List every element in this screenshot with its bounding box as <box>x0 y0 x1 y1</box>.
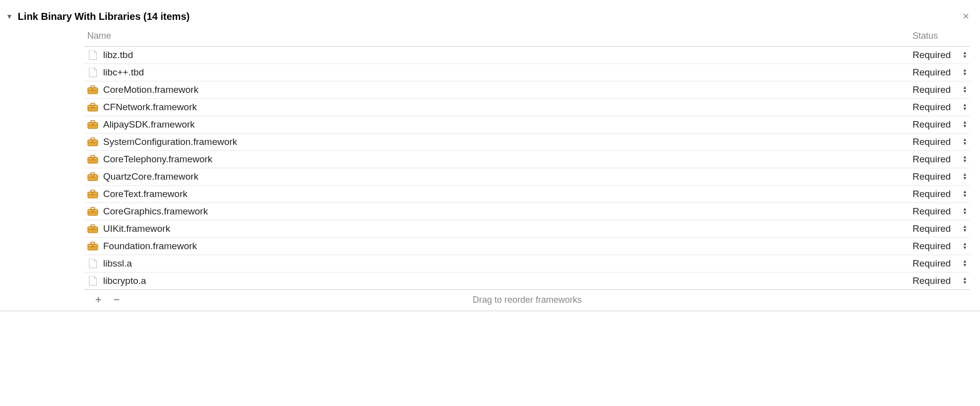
table-row[interactable]: CoreMotion.frameworkRequired▲▼ <box>84 81 970 99</box>
table-rows: libz.tbdRequired▲▼libc++.tbdRequired▲▼Co… <box>84 47 970 290</box>
framework-icon <box>87 119 98 130</box>
stepper-icon[interactable]: ▲▼ <box>963 242 967 250</box>
table-row[interactable]: Foundation.frameworkRequired▲▼ <box>84 238 970 255</box>
status-label: Required <box>913 50 951 61</box>
remove-button[interactable]: − <box>114 293 120 306</box>
framework-icon <box>87 154 98 165</box>
stepper-icon[interactable]: ▲▼ <box>963 103 967 111</box>
status-selector[interactable]: Required▲▼ <box>913 154 967 165</box>
framework-icon <box>87 136 98 147</box>
framework-icon <box>87 84 98 95</box>
status-label: Required <box>913 275 951 286</box>
status-label: Required <box>913 258 951 269</box>
file-icon <box>87 50 98 61</box>
library-name: libssl.a <box>103 258 913 269</box>
library-name: CoreTelephony.framework <box>103 154 913 165</box>
status-label: Required <box>913 102 951 113</box>
status-label: Required <box>913 84 951 95</box>
status-label: Required <box>913 171 951 182</box>
status-label: Required <box>913 67 951 78</box>
file-icon <box>87 258 98 269</box>
stepper-icon[interactable]: ▲▼ <box>963 86 967 94</box>
table-column-headers: Name Status <box>84 31 970 47</box>
file-icon <box>87 275 98 286</box>
status-selector[interactable]: Required▲▼ <box>913 136 967 147</box>
library-name: CFNetwork.framework <box>103 102 913 113</box>
library-name: CoreMotion.framework <box>103 84 913 95</box>
status-selector[interactable]: Required▲▼ <box>913 223 967 234</box>
disclosure-triangle-icon[interactable]: ▼ <box>6 12 13 20</box>
library-name: libz.tbd <box>103 50 913 61</box>
table-row[interactable]: SystemConfiguration.frameworkRequired▲▼ <box>84 134 970 151</box>
libraries-table: Name Status libz.tbdRequired▲▼libc++.tbd… <box>84 31 970 310</box>
table-row[interactable]: CoreGraphics.frameworkRequired▲▼ <box>84 203 970 220</box>
stepper-icon[interactable]: ▲▼ <box>963 51 967 59</box>
status-label: Required <box>913 154 951 165</box>
status-selector[interactable]: Required▲▼ <box>913 67 967 78</box>
status-selector[interactable]: Required▲▼ <box>913 206 967 217</box>
stepper-icon[interactable]: ▲▼ <box>963 207 967 215</box>
table-row[interactable]: CoreText.frameworkRequired▲▼ <box>84 186 970 203</box>
status-selector[interactable]: Required▲▼ <box>913 241 967 252</box>
build-phase-panel: ▼ Link Binary With Libraries (14 items) … <box>0 0 980 311</box>
table-footer: + − Drag to reorder frameworks <box>84 290 970 310</box>
table-row[interactable]: QuartzCore.frameworkRequired▲▼ <box>84 168 970 186</box>
table-row[interactable]: libz.tbdRequired▲▼ <box>84 47 970 64</box>
framework-icon <box>87 189 98 200</box>
stepper-icon[interactable]: ▲▼ <box>963 190 967 198</box>
status-label: Required <box>913 189 951 200</box>
close-icon[interactable]: × <box>963 10 974 23</box>
table-row[interactable]: UIKit.frameworkRequired▲▼ <box>84 220 970 238</box>
stepper-icon[interactable]: ▲▼ <box>963 121 967 129</box>
stepper-icon[interactable]: ▲▼ <box>963 225 967 233</box>
status-selector[interactable]: Required▲▼ <box>913 102 967 113</box>
section-title: Link Binary With Libraries (14 items) <box>18 11 190 22</box>
stepper-icon[interactable]: ▲▼ <box>963 138 967 146</box>
column-header-name[interactable]: Name <box>87 31 913 41</box>
stepper-icon[interactable]: ▲▼ <box>963 68 967 76</box>
status-selector[interactable]: Required▲▼ <box>913 258 967 269</box>
table-row[interactable]: libcrypto.aRequired▲▼ <box>84 272 970 290</box>
status-label: Required <box>913 136 951 147</box>
library-name: Foundation.framework <box>103 241 913 252</box>
framework-icon <box>87 241 98 252</box>
file-icon <box>87 67 98 78</box>
bottom-border <box>0 311 980 311</box>
table-row[interactable]: libssl.aRequired▲▼ <box>84 255 970 272</box>
library-name: UIKit.framework <box>103 223 913 234</box>
framework-icon <box>87 223 98 234</box>
status-selector[interactable]: Required▲▼ <box>913 171 967 182</box>
framework-icon <box>87 171 98 182</box>
status-selector[interactable]: Required▲▼ <box>913 189 967 200</box>
status-selector[interactable]: Required▲▼ <box>913 275 967 286</box>
stepper-icon[interactable]: ▲▼ <box>963 155 967 163</box>
footer-buttons: + − <box>87 293 120 306</box>
table-row[interactable]: CFNetwork.frameworkRequired▲▼ <box>84 99 970 116</box>
status-selector[interactable]: Required▲▼ <box>913 50 967 61</box>
library-name: CoreGraphics.framework <box>103 206 913 217</box>
status-label: Required <box>913 206 951 217</box>
library-name: AlipaySDK.framework <box>103 119 913 130</box>
section-header-left: ▼ Link Binary With Libraries (14 items) <box>6 11 189 22</box>
stepper-icon[interactable]: ▲▼ <box>963 277 967 285</box>
footer-hint: Drag to reorder frameworks <box>473 295 582 305</box>
library-name: QuartzCore.framework <box>103 171 913 182</box>
stepper-icon[interactable]: ▲▼ <box>963 260 967 268</box>
status-label: Required <box>913 223 951 234</box>
library-name: SystemConfiguration.framework <box>103 136 913 147</box>
add-button[interactable]: + <box>95 293 102 306</box>
library-name: CoreText.framework <box>103 189 913 200</box>
status-label: Required <box>913 119 951 130</box>
table-row[interactable]: CoreTelephony.frameworkRequired▲▼ <box>84 151 970 168</box>
section-header: ▼ Link Binary With Libraries (14 items) … <box>0 0 980 31</box>
library-name: libcrypto.a <box>103 275 913 286</box>
column-header-status[interactable]: Status <box>913 31 967 41</box>
status-selector[interactable]: Required▲▼ <box>913 119 967 130</box>
status-label: Required <box>913 241 951 252</box>
stepper-icon[interactable]: ▲▼ <box>963 173 967 181</box>
framework-icon <box>87 206 98 217</box>
table-row[interactable]: AlipaySDK.frameworkRequired▲▼ <box>84 116 970 134</box>
table-row[interactable]: libc++.tbdRequired▲▼ <box>84 64 970 81</box>
framework-icon <box>87 102 98 113</box>
status-selector[interactable]: Required▲▼ <box>913 84 967 95</box>
